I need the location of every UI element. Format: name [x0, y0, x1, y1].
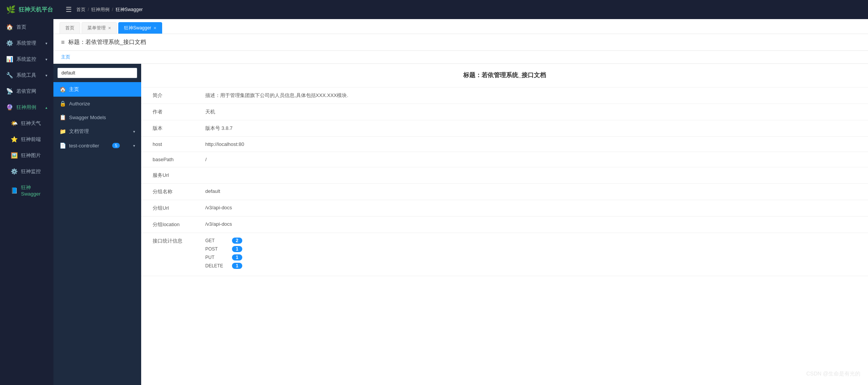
breadcrumb-mid[interactable]: 狂神用例 — [91, 6, 110, 13]
info-row-grouplocation: 分组location /v3/api-docs — [141, 217, 868, 233]
info-value-grouplocation: /v3/api-docs — [194, 217, 868, 233]
star-icon: ⭐ — [11, 136, 18, 143]
sidebar-item-examples[interactable]: 🔮 狂神用例 ▴ — [0, 99, 53, 115]
swagger-nav-models[interactable]: 📋 Swagger Models — [53, 110, 141, 124]
tab-home[interactable]: 首页 — [60, 22, 80, 34]
method-row-delete: DELETE 1 — [205, 263, 857, 269]
logo-text: 狂神天机平台 — [19, 6, 53, 13]
info-label-author: 作者 — [141, 104, 194, 120]
sidebar-item-system-label: 系统管理 — [16, 40, 36, 47]
info-row-author: 作者 天机 — [141, 104, 868, 120]
sidebar-item-weather[interactable]: 🌤️ 狂神天气 — [0, 115, 53, 131]
sidebar-item-home-label: 首页 — [16, 24, 26, 31]
tab-home-label: 首页 — [65, 25, 74, 31]
sidebar-item-tracking[interactable]: ⚙️ 狂神监控 — [0, 163, 53, 180]
chevron-down-icon-2: ▾ — [45, 57, 47, 61]
clipboard-icon: 📋 — [60, 114, 66, 120]
sidebar-item-weather-label: 狂神天气 — [21, 120, 41, 127]
chart-icon: 📊 — [6, 56, 13, 63]
sidebar-item-images[interactable]: 🖼️ 狂神图片 — [0, 147, 53, 163]
swagger-nav: 🏠 主页 🔒 Authorize 📋 Swagger Models 📁 文档管理… — [53, 64, 141, 385]
swagger-nav-authorize[interactable]: 🔒 Authorize — [53, 97, 141, 110]
swagger-nav-controller[interactable]: 📄 test-controller 5 ▾ — [53, 139, 141, 152]
info-value-groupurl: /v3/api-docs — [194, 200, 868, 217]
info-row-groupurl: 分组Url /v3/api-docs — [141, 200, 868, 217]
top-bar: 🌿 狂神天机平台 ☰ 首页 / 狂神用例 / 狂神Swagger — [0, 0, 868, 19]
breadcrumb-home[interactable]: 首页 — [76, 6, 85, 13]
info-value-host: http://localhost:80 — [194, 137, 868, 152]
method-row-put: PUT 1 — [205, 254, 857, 260]
info-label-groupname: 分组名称 — [141, 184, 194, 200]
lock-icon: 🔒 — [60, 100, 66, 107]
swagger-content: 标题：若依管理系统_接口文档 简介 描述：用于管理集团旗下公司的人员信息,具体包… — [141, 64, 868, 385]
home-nav-icon: 🏠 — [60, 86, 66, 92]
chevron-down-icon-3: ▾ — [45, 73, 47, 78]
image-icon: 🖼️ — [11, 152, 18, 159]
sidebar-item-examples-label: 狂神用例 — [16, 104, 36, 111]
main-layout: 🏠 首页 ⚙️ 系统管理 ▾ 📊 系统监控 ▾ 🔧 系统工具 ▾ 📡 若依官网 … — [0, 19, 868, 385]
swagger-nav-home-label: 主页 — [69, 86, 79, 93]
swagger-nav-docs-label: 文档管理 — [69, 128, 89, 135]
swagger-page-title: 标题：若依管理系统_接口文档 — [141, 64, 868, 87]
info-value-basepath: / — [194, 152, 868, 167]
info-label-groupurl: 分组Url — [141, 200, 194, 217]
info-label-basepath: basePath — [141, 152, 194, 167]
tab-menu-admin[interactable]: 菜单管理 ✕ — [82, 22, 117, 34]
swagger-nav-home[interactable]: 🏠 主页 — [53, 82, 141, 97]
chevron-down-icon: ▾ — [45, 41, 47, 45]
swagger-nav-controller-label: test-controller — [69, 143, 99, 149]
info-value-intro: 描述：用于管理集团旗下公司的人员信息,具体包括XXX.XXX模块. — [194, 87, 868, 104]
sidebar-item-system-admin[interactable]: ⚙️ 系统管理 ▾ — [0, 35, 53, 51]
tab-swagger[interactable]: 狂神Swagger ✕ — [118, 22, 162, 34]
chevron-right-icon: ▾ — [133, 129, 135, 134]
sub-breadcrumb-link[interactable]: 主页 — [61, 54, 70, 60]
sidebar-item-images-label: 狂神图片 — [21, 152, 41, 159]
swagger-nav-docs[interactable]: 📁 文档管理 ▾ — [53, 124, 141, 139]
sidebar-item-official[interactable]: 📡 若依官网 — [0, 83, 53, 99]
info-row-basepath: basePath / — [141, 152, 868, 167]
sidebar-item-swagger[interactable]: 📘 狂神Swagger — [0, 180, 53, 201]
sidebar-item-tools[interactable]: 🔧 系统工具 ▾ — [0, 67, 53, 83]
info-label-serviceurl: 服务Url — [141, 167, 194, 184]
tab-menu-close-icon[interactable]: ✕ — [108, 26, 111, 30]
sidebar-item-frontend-label: 狂神前端 — [21, 136, 41, 143]
info-value-version: 版本号 3.8.7 — [194, 120, 868, 137]
sidebar-item-monitor[interactable]: 📊 系统监控 ▾ — [0, 51, 53, 67]
sidebar-item-tracking-label: 狂神监控 — [21, 168, 41, 175]
logo: 🌿 狂神天机平台 — [6, 5, 60, 14]
info-row-serviceurl: 服务Url — [141, 167, 868, 184]
gear-icon-2: ⚙️ — [11, 168, 18, 175]
info-value-api-stats: GET 2 POST 1 PUT 1 — [194, 233, 868, 276]
page-title: 标题：若依管理系统_接口文档 — [68, 39, 146, 46]
signal-icon: 📡 — [6, 88, 13, 95]
swagger-search-input[interactable] — [57, 68, 137, 78]
info-table: 简介 描述：用于管理集团旗下公司的人员信息,具体包括XXX.XXX模块. 作者 … — [141, 87, 868, 276]
sidebar-item-tools-label: 系统工具 — [16, 72, 36, 79]
breadcrumb-current: 狂神Swagger — [116, 6, 143, 13]
sub-breadcrumb: 主页 — [53, 51, 868, 64]
sidebar-item-home[interactable]: 🏠 首页 — [0, 19, 53, 35]
method-get-badge: 2 — [232, 238, 242, 244]
method-post-label: POST — [205, 246, 228, 252]
book-icon: 📘 — [11, 187, 18, 194]
info-row-host: host http://localhost:80 — [141, 137, 868, 152]
chevron-up-icon: ▴ — [45, 105, 47, 110]
hamburger-icon[interactable]: ☰ — [66, 5, 72, 14]
weather-icon: 🌤️ — [11, 120, 18, 127]
tab-swagger-close-icon[interactable]: ✕ — [153, 26, 156, 30]
method-delete-badge: 1 — [232, 263, 242, 269]
info-label-intro: 简介 — [141, 87, 194, 104]
info-row-version: 版本 版本号 3.8.7 — [141, 120, 868, 137]
tab-swagger-label: 狂神Swagger — [124, 25, 151, 31]
folder-icon: 📁 — [60, 128, 66, 134]
tools-icon: 🔧 — [6, 72, 13, 79]
info-label-host: host — [141, 137, 194, 152]
breadcrumb: 首页 / 狂神用例 / 狂神Swagger — [76, 6, 143, 13]
info-value-author: 天机 — [194, 104, 868, 120]
method-row-post: POST 1 — [205, 246, 857, 252]
content-area: 首页 菜单管理 ✕ 狂神Swagger ✕ ≡ 标题：若依管理系统_接口文档 主… — [53, 19, 868, 385]
menu-icon: ≡ — [61, 39, 64, 46]
sidebar-item-frontend[interactable]: ⭐ 狂神前端 — [0, 131, 53, 147]
chevron-right-icon-2: ▾ — [133, 144, 135, 148]
info-row-groupname: 分组名称 default — [141, 184, 868, 200]
